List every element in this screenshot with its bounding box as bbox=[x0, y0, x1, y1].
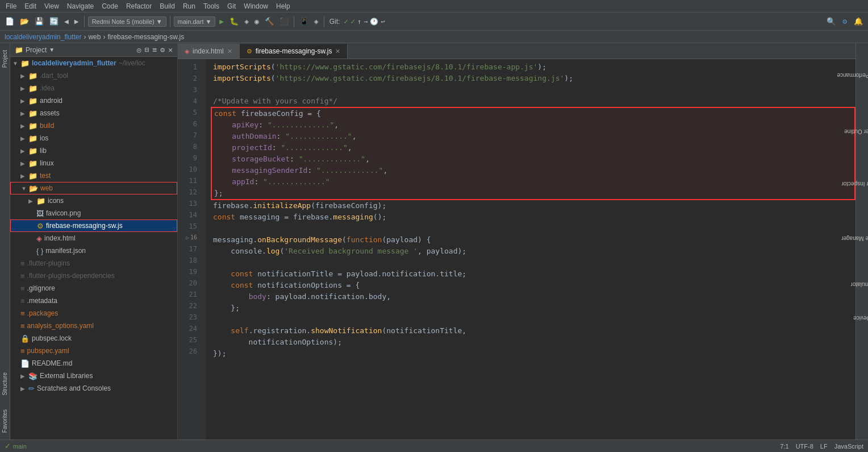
search-everywhere-icon[interactable]: 🔍 bbox=[825, 15, 837, 27]
tree-metadata[interactable]: ≡ .metadata bbox=[10, 295, 177, 307]
tree-lib[interactable]: ▶ 📁 lib bbox=[10, 144, 177, 157]
ln-18: 18 bbox=[178, 255, 202, 266]
tree-analysis-options[interactable]: ≡ analysis_options.yaml bbox=[10, 320, 177, 332]
tree-android[interactable]: ▶ 📁 android bbox=[10, 94, 177, 107]
tab-firebase-sw[interactable]: ⚙ firebase-messaging-sw.js ✕ bbox=[240, 44, 348, 59]
toolbar-forward-icon[interactable]: ▶ bbox=[73, 15, 81, 27]
menu-navigate[interactable]: Navigate bbox=[64, 1, 97, 11]
git-pull-icon[interactable]: → bbox=[364, 18, 368, 26]
menu-run[interactable]: Run bbox=[180, 1, 199, 11]
tree-packages[interactable]: ≡ .packages bbox=[10, 307, 177, 320]
notifications-icon[interactable]: 🔔 bbox=[852, 15, 865, 27]
device-manager-tab[interactable]: Device Manager bbox=[834, 234, 868, 243]
tree-web[interactable]: ▼ 📂 web bbox=[10, 182, 177, 194]
git-push-icon[interactable]: ↑ bbox=[357, 18, 361, 26]
device-mirror-icon[interactable]: 📱 bbox=[298, 15, 310, 27]
collapse-all-icon[interactable]: ⊟ bbox=[145, 45, 149, 54]
bottom-check-icon: ✓ bbox=[5, 442, 11, 450]
tree-flutter-plugins[interactable]: ≡ .flutter-plugins bbox=[10, 257, 177, 269]
breadcrumb-project[interactable]: localdeliveryadmin_flutter bbox=[5, 33, 81, 41]
menu-file[interactable]: File bbox=[2, 1, 20, 11]
coverage-icon[interactable]: ◈ bbox=[243, 15, 251, 27]
code-content[interactable]: importScripts('https://www.gstatic.com/f… bbox=[206, 59, 856, 439]
menu-window[interactable]: Window bbox=[240, 1, 272, 11]
flutter-outline-tab[interactable]: Flutter Outline bbox=[837, 127, 868, 136]
stop-icon[interactable]: ⬛ bbox=[278, 15, 290, 27]
tree-manifest[interactable]: { } manifest.json bbox=[10, 244, 177, 257]
favorites-tab[interactable]: Favorites bbox=[0, 403, 10, 439]
menu-refactor[interactable]: Refactor bbox=[123, 1, 155, 11]
profile-icon[interactable]: ◉ bbox=[253, 15, 261, 27]
tree-external-libs[interactable]: ▶ 📚 External Libraries bbox=[10, 370, 177, 382]
bottom-encoding[interactable]: UTF-8 bbox=[796, 443, 813, 450]
run-config-btn[interactable]: main.dart ▼ bbox=[174, 16, 216, 27]
tree-build[interactable]: ▶ 📁 build bbox=[10, 119, 177, 132]
flutter-icon[interactable]: ◈ bbox=[312, 15, 320, 27]
toolbar-save-icon[interactable]: 💾 bbox=[33, 15, 45, 27]
menu-build[interactable]: Build bbox=[156, 1, 178, 11]
toolbar-open-icon[interactable]: 📂 bbox=[18, 15, 31, 27]
project-header-chevron[interactable]: ▼ bbox=[49, 47, 55, 53]
tab-index-html-close[interactable]: ✕ bbox=[227, 48, 232, 55]
device-selector-btn[interactable]: Redmi Note 5 (mobile) ▼ bbox=[88, 16, 166, 27]
git-check2-icon[interactable]: ✓ bbox=[350, 17, 355, 26]
close-sidebar-icon[interactable]: ✕ bbox=[168, 45, 173, 54]
sort-icon[interactable]: ≡ bbox=[153, 45, 157, 54]
menu-view[interactable]: View bbox=[41, 1, 62, 11]
project-tab[interactable]: Project bbox=[0, 43, 10, 74]
tree-dart-tool[interactable]: ▶ 📁 .dart_tool bbox=[10, 69, 177, 82]
emulator-tab[interactable]: Emulator bbox=[844, 280, 868, 289]
git-rollback-icon[interactable]: ↩ bbox=[381, 18, 385, 26]
linux-icon: 📁 bbox=[28, 159, 37, 168]
breadcrumb-web[interactable]: web bbox=[88, 33, 101, 41]
tree-pubspec-lock[interactable]: 🔒 pubspec.lock bbox=[10, 332, 177, 345]
tree-index-html[interactable]: ◈ index.html bbox=[10, 232, 177, 244]
menu-code[interactable]: Code bbox=[98, 1, 122, 11]
tree-test[interactable]: ▶ 📁 test bbox=[10, 169, 177, 182]
run-icon[interactable]: ▶ bbox=[218, 15, 226, 27]
tab-firebase-sw-close[interactable]: ✕ bbox=[335, 48, 340, 55]
ios-icon: 📁 bbox=[28, 134, 37, 143]
menu-edit[interactable]: Edit bbox=[21, 1, 40, 11]
tree-root[interactable]: ▼ 📁 localdeliveryadmin_flutter ~/live/lo… bbox=[10, 57, 177, 69]
tree-ios[interactable]: ▶ 📁 ios bbox=[10, 132, 177, 144]
menu-tools[interactable]: Tools bbox=[200, 1, 223, 11]
breadcrumb-file[interactable]: firebase-messaging-sw.js bbox=[107, 33, 184, 41]
toolbar-back-icon[interactable]: ◀ bbox=[62, 15, 70, 27]
pubspec-lock-label: pubspec.lock bbox=[32, 334, 72, 342]
tree-scratches[interactable]: ▶ ✏ Scratches and Consoles bbox=[10, 382, 177, 395]
menu-git[interactable]: Git bbox=[224, 1, 239, 11]
root-path: ~/live/loc bbox=[119, 59, 145, 67]
settings-sidebar-icon[interactable]: ⚙ bbox=[160, 45, 165, 54]
tree-icons[interactable]: ▶ 📁 icons bbox=[10, 194, 177, 207]
device-tab[interactable]: Device bbox=[846, 313, 868, 323]
tree-flutter-plugins-dep[interactable]: ≡ .flutter-plugins-dependencies bbox=[10, 269, 177, 282]
tree-assets[interactable]: ▶ 📁 assets bbox=[10, 107, 177, 119]
build-icon[interactable]: 🔨 bbox=[263, 15, 276, 27]
git-history-icon[interactable]: 🕐 bbox=[370, 18, 378, 26]
assets-arrow: ▶ bbox=[20, 110, 28, 117]
code-line-16: messaging.onBackgroundMessage(function(p… bbox=[213, 234, 856, 246]
menu-help[interactable]: Help bbox=[273, 1, 294, 11]
tree-favicon[interactable]: 🖼 favicon.png bbox=[10, 207, 177, 219]
debug-icon[interactable]: 🐛 bbox=[228, 15, 240, 27]
bottom-line-sep[interactable]: LF bbox=[820, 443, 828, 450]
toolbar-sync-icon[interactable]: 🔄 bbox=[48, 15, 60, 27]
settings-icon[interactable]: ⚙ bbox=[841, 15, 849, 27]
tree-readme[interactable]: 📄 README.md bbox=[10, 357, 177, 370]
tree-idea[interactable]: ▶ 📁 .idea bbox=[10, 82, 177, 94]
tree-gitignore[interactable]: ≡ .gitignore bbox=[10, 282, 177, 295]
structure-tab[interactable]: Structure bbox=[0, 366, 10, 403]
readme-icon: 📄 bbox=[20, 359, 30, 368]
tree-linux[interactable]: ▶ 📁 linux bbox=[10, 157, 177, 169]
tree-pubspec-yaml[interactable]: ≡ pubspec.yaml bbox=[10, 345, 177, 357]
bottom-file-type[interactable]: JavaScript bbox=[834, 443, 863, 450]
git-check-icon[interactable]: ✓ bbox=[344, 17, 348, 26]
locate-icon[interactable]: ◎ bbox=[137, 45, 141, 54]
bottom-line-col[interactable]: 7:1 bbox=[780, 443, 788, 450]
toolbar-new-icon[interactable]: 📄 bbox=[3, 15, 16, 27]
flutter-performance-tab[interactable]: Flutter Performance bbox=[830, 71, 868, 80]
tree-firebase-sw[interactable]: ⚙ firebase-messaging-sw.js bbox=[10, 219, 177, 232]
tab-index-html[interactable]: ◈ index.html ✕ bbox=[178, 44, 240, 59]
flutter-inspector-tab[interactable]: Flutter Inspector bbox=[834, 179, 868, 189]
